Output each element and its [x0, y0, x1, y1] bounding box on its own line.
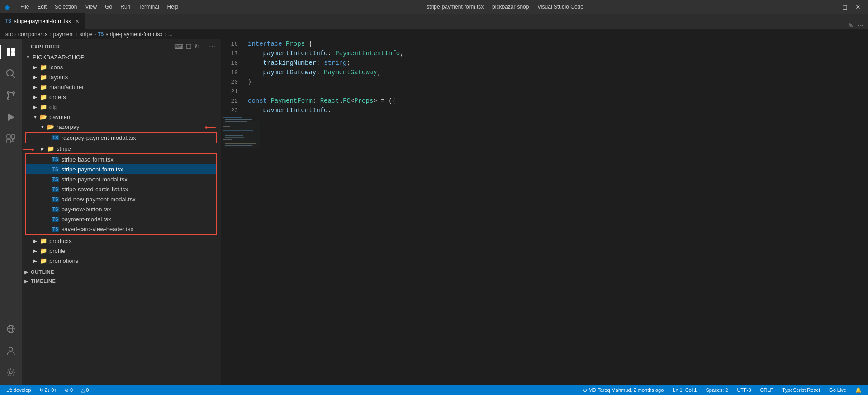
statusbar-left: ⎇ develop ↻ 2↓ 0↑ ⊗ 0 △ 0 [5, 385, 90, 395]
menu-run[interactable]: Run [117, 3, 134, 11]
razorpay-file-outline: TS razorpay-payment-modal.tsx [25, 132, 217, 143]
statusbar-spaces[interactable]: Spaces: 2 [704, 385, 730, 395]
split-editor-icon[interactable]: ✎ [848, 22, 854, 29]
svg-rect-22 [223, 117, 242, 118]
menu-file[interactable]: File [17, 3, 33, 11]
statusbar-right: ⊙ MD Tareq Mahmud, 2 months ago Ln 1, Co… [581, 385, 863, 395]
activity-settings[interactable] [0, 362, 22, 383]
file-payment-modal[interactable]: TS payment-modal.tsx [26, 214, 216, 224]
breadcrumb-stripe[interactable]: stripe [79, 31, 92, 38]
root-folder[interactable]: ▼ PICKBAZAR-SHOP [22, 52, 221, 62]
menu-selection[interactable]: Selection [51, 3, 81, 11]
statusbar-go-live[interactable]: Go Live [827, 385, 848, 395]
vscode-logo: ◆ [5, 3, 10, 11]
timeline-header[interactable]: ▶ TIMELINE [22, 276, 221, 286]
statusbar-language[interactable]: TypeScript React [780, 385, 822, 395]
collapse-all-icon[interactable]: − [203, 43, 206, 50]
file-razorpay-modal[interactable]: TS razorpay-payment-modal.tsx [26, 133, 216, 143]
stripe-files-outline: TS stripe-base-form.tsx TS stripe-paymen… [25, 153, 217, 235]
otp-arrow: ▶ [33, 105, 38, 109]
statusbar-warnings[interactable]: △ 0 [79, 385, 90, 395]
more-icon[interactable]: ⋯ [209, 43, 215, 50]
outline-header[interactable]: ▶ OUTLINE [22, 267, 221, 276]
outline-arrow: ▶ [24, 270, 29, 275]
minimize-button[interactable]: ⎯ [828, 2, 837, 11]
layouts-arrow: ▶ [33, 75, 38, 80]
ln-20: 20 [221, 77, 238, 87]
more-actions-icon[interactable]: ⋯ [857, 22, 863, 29]
menu-view[interactable]: View [81, 3, 100, 11]
statusbar-errors[interactable]: ⊗ 0 [63, 385, 75, 395]
folder-layouts[interactable]: ▶ 📁 layouts [22, 72, 221, 82]
manufacturer-arrow: ▶ [33, 85, 38, 90]
folder-promotions[interactable]: ▶ 📁 promotions [22, 256, 221, 266]
folder-icons[interactable]: ▶ 📁 icons [22, 62, 221, 72]
svg-point-4 [7, 70, 13, 76]
folder-products[interactable]: ▶ 📁 products [22, 236, 221, 246]
maximize-button[interactable]: ◻ [840, 2, 850, 11]
file-stripe-payment-form[interactable]: TS stripe-payment-form.tsx [26, 164, 216, 174]
statusbar-line-ending[interactable]: CRLF [759, 385, 775, 395]
code-area[interactable]: 16 17 18 19 20 21 22 23 24 25 26 27 28 2… [221, 39, 868, 112]
orders-arrow: ▶ [33, 95, 38, 100]
folder-manufacturer[interactable]: ▶ 📁 manufacturer [22, 82, 221, 92]
payment-folder-icon: 📂 [40, 114, 47, 120]
statusbar-encoding[interactable]: UTF-8 [735, 385, 753, 395]
position-label: Ln 1, Col 1 [673, 387, 697, 393]
folder-manufacturer-label: manufacturer [49, 84, 84, 90]
activity-source-control[interactable] [0, 85, 22, 106]
activity-search[interactable] [0, 63, 22, 85]
new-folder-icon[interactable]: ☐ [186, 43, 192, 50]
folder-stripe[interactable]: ▶ 📁 stripe [22, 143, 221, 153]
folder-icons-label: icons [49, 64, 63, 71]
statusbar-notifications[interactable]: 🔔 [854, 385, 863, 395]
folder-orders[interactable]: ▶ 📁 orders [22, 92, 221, 102]
code-line-23: paymentIntentInfo, [248, 106, 868, 112]
tab-close-button[interactable]: × [76, 18, 79, 25]
menu-edit[interactable]: Edit [33, 3, 50, 11]
close-button[interactable]: ✕ [853, 2, 863, 11]
sync-label: ↻ 2↓ 0↑ [39, 387, 57, 393]
code-line-16: interface Props { [248, 39, 868, 49]
activity-remote-explorer[interactable] [0, 318, 22, 340]
file-saved-card-view-header[interactable]: TS saved-card-view-header.tsx [26, 224, 216, 234]
folder-payment[interactable]: ▼ 📂 payment [22, 112, 221, 122]
file-stripe-base-form[interactable]: TS stripe-base-form.tsx [26, 154, 216, 164]
breadcrumb-components[interactable]: components [18, 31, 47, 38]
menu-go[interactable]: Go [101, 3, 116, 11]
file-stripe-payment-modal[interactable]: TS stripe-payment-modal.tsx [26, 174, 216, 184]
statusbar-position[interactable]: Ln 1, Col 1 [671, 385, 698, 395]
statusbar-sync[interactable]: ↻ 2↓ 0↑ [38, 385, 58, 395]
menu-help[interactable]: Help [164, 3, 182, 11]
breadcrumb-filename[interactable]: stripe-payment-form.tsx [106, 31, 163, 38]
activity-accounts[interactable] [0, 340, 22, 362]
folder-profile[interactable]: ▶ 📁 profile [22, 246, 221, 256]
timeline-section: ▶ TIMELINE [22, 276, 221, 286]
activity-explorer[interactable] [0, 41, 22, 63]
activity-run-debug[interactable] [0, 106, 22, 128]
tab-stripe-payment-form[interactable]: TS stripe-payment-form.tsx × [0, 13, 85, 29]
folder-layouts-label: layouts [49, 74, 68, 81]
refresh-icon[interactable]: ↻ [194, 43, 200, 50]
file-stripe-saved-cards[interactable]: TS stripe-saved-cards-list.tsx [26, 184, 216, 194]
menu-terminal[interactable]: Terminal [135, 3, 162, 11]
statusbar-git-info[interactable]: ⊙ MD Tareq Mahmud, 2 months ago [581, 385, 665, 395]
svg-rect-3 [11, 52, 15, 56]
folder-razorpay[interactable]: ▼ 📂 razorpay [22, 122, 221, 132]
code-content[interactable]: interface Props { paymentIntentInfo: Pay… [243, 39, 868, 112]
breadcrumb-sep4: › [95, 31, 96, 38]
breadcrumb-payment[interactable]: payment [53, 31, 74, 38]
line-ending-label: CRLF [760, 387, 773, 393]
statusbar-branch[interactable]: ⎇ develop [5, 385, 33, 395]
activity-extensions[interactable] [0, 128, 22, 150]
new-file-icon[interactable]: ⌨ [174, 43, 183, 50]
file-add-payment-modal[interactable]: TS add-new-payment-modal.tsx [26, 194, 216, 204]
breadcrumb-src[interactable]: src [5, 31, 13, 38]
ts-icon-pay-now: TS [52, 207, 59, 212]
folder-otp[interactable]: ▶ 📁 otp [22, 102, 221, 112]
breadcrumb-sep2: › [49, 31, 51, 38]
breadcrumb-ellipsis: ... [168, 31, 173, 38]
layouts-folder-icon: 📁 [40, 74, 47, 81]
file-pay-now-button[interactable]: TS pay-now-button.tsx [26, 204, 216, 214]
icons-folder-icon: 📁 [40, 64, 47, 71]
